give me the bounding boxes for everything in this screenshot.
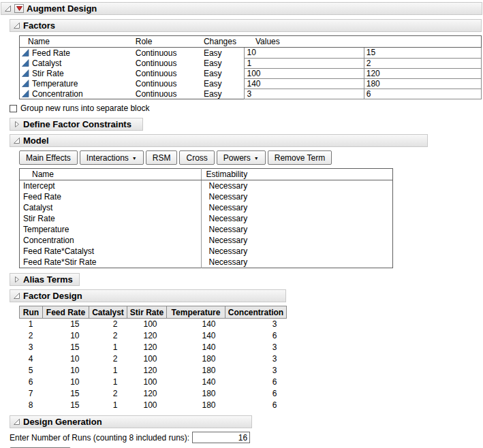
factors-col-role: Role: [134, 36, 202, 48]
model-term-estimability[interactable]: Necessary: [202, 202, 393, 213]
model-term-row[interactable]: Feed Rate*Stir Rate Necessary: [20, 257, 393, 268]
fd-run: 7: [20, 388, 43, 400]
factor-row[interactable]: Feed Rate Continuous Easy 10 15: [20, 48, 482, 59]
factor-design-section-title: Factor Design: [23, 291, 82, 301]
factor-row[interactable]: Temperature Continuous Easy 140 180: [20, 78, 482, 89]
fd-run: 3: [20, 342, 43, 353]
fd-stir-rate: 120: [127, 330, 167, 342]
factor-name: Temperature: [32, 79, 78, 89]
group-runs-label[interactable]: Group new runs into separate block: [20, 103, 149, 113]
factor-changes[interactable]: Easy: [202, 58, 245, 68]
factors-col-values: Values: [245, 36, 482, 48]
model-term-name[interactable]: Catalyst: [20, 202, 202, 213]
factor-name: Stir Rate: [32, 69, 64, 78]
factor-value-low[interactable]: 10: [245, 48, 364, 59]
model-term-name[interactable]: Intercept: [20, 180, 202, 192]
factor-value-low[interactable]: 1: [245, 58, 364, 68]
model-term-name[interactable]: Feed Rate*Stir Rate: [20, 257, 202, 268]
disclosure-closed-icon[interactable]: [13, 276, 20, 283]
augment-design-header[interactable]: Augment Design: [1, 2, 482, 15]
fd-temperature: 180: [167, 353, 225, 365]
constraints-section-title: Define Factor Constraints: [23, 119, 131, 129]
model-term-name[interactable]: Concentration: [20, 235, 202, 246]
factor-value-high[interactable]: 120: [364, 68, 481, 78]
disclosure-open-icon[interactable]: [4, 5, 12, 12]
powers-button[interactable]: Powers▼: [217, 150, 266, 165]
factors-section-header[interactable]: Factors: [10, 19, 482, 32]
disclosure-open-icon[interactable]: [13, 418, 20, 426]
model-term-estimability[interactable]: Necessary: [202, 257, 393, 268]
factor-changes[interactable]: Easy: [202, 89, 245, 99]
factor-changes[interactable]: Easy: [202, 78, 245, 89]
factor-value-high[interactable]: 2: [364, 58, 481, 68]
constraints-section-header[interactable]: Define Factor Constraints: [10, 118, 143, 131]
button-label: RSM: [153, 153, 171, 163]
button-label: Remove Term: [275, 153, 325, 163]
fd-stir-rate: 100: [127, 353, 167, 365]
model-term-row[interactable]: Temperature Necessary: [20, 224, 393, 235]
model-term-estimability[interactable]: Necessary: [202, 246, 393, 257]
augment-design-window: Augment Design Factors Name Role Changes…: [0, 0, 483, 448]
model-col-name: Name: [20, 169, 202, 180]
model-term-estimability[interactable]: Necessary: [202, 180, 393, 192]
factor-role[interactable]: Continuous: [134, 48, 202, 59]
factor-role[interactable]: Continuous: [134, 78, 202, 89]
factor-row[interactable]: Catalyst Continuous Easy 1 2: [20, 58, 482, 68]
factors-col-changes: Changes: [202, 36, 245, 48]
model-term-row[interactable]: Feed Rate*Catalyst Necessary: [20, 246, 393, 257]
factor-row[interactable]: Concentration Continuous Easy 3 6: [20, 89, 482, 99]
factor-role[interactable]: Continuous: [134, 58, 202, 68]
factor-value-low[interactable]: 100: [245, 68, 364, 78]
design-generation-section-header[interactable]: Design Generation: [10, 415, 252, 428]
red-triangle-menu-button[interactable]: [14, 4, 24, 13]
model-term-row[interactable]: Stir Rate Necessary: [20, 213, 393, 224]
remove-term-button[interactable]: Remove Term: [268, 150, 332, 165]
factor-row[interactable]: Stir Rate Continuous Easy 100 120: [20, 68, 482, 78]
factor-value-high[interactable]: 180: [364, 78, 481, 89]
alias-terms-section-header[interactable]: Alias Terms: [10, 273, 80, 286]
fd-row: 1 15 2 100 140 3: [20, 319, 287, 330]
factor-value-high[interactable]: 15: [364, 48, 481, 59]
factor-changes[interactable]: Easy: [202, 68, 245, 78]
disclosure-closed-icon[interactable]: [13, 121, 20, 128]
fd-col-run: Run: [20, 306, 43, 319]
factor-role[interactable]: Continuous: [134, 68, 202, 78]
fd-row: 6 10 1 100 140 6: [20, 377, 287, 388]
model-term-estimability[interactable]: Necessary: [202, 191, 393, 202]
model-term-name[interactable]: Feed Rate*Catalyst: [20, 246, 202, 257]
fd-col-concentration: Concentration: [225, 306, 287, 319]
main-effects-button[interactable]: Main Effects: [19, 150, 78, 165]
model-section-header[interactable]: Model: [10, 134, 428, 147]
model-term-estimability[interactable]: Necessary: [202, 224, 393, 235]
number-of-runs-input[interactable]: [192, 432, 250, 443]
model-term-name[interactable]: Temperature: [20, 224, 202, 235]
model-term-row[interactable]: Concentration Necessary: [20, 235, 393, 246]
factor-role[interactable]: Continuous: [134, 89, 202, 99]
model-term-name[interactable]: Stir Rate: [20, 213, 202, 224]
disclosure-open-icon[interactable]: [13, 137, 20, 144]
fd-catalyst: 2: [89, 319, 127, 330]
factor-design-section-header[interactable]: Factor Design: [10, 289, 286, 302]
interactions-button[interactable]: Interactions▼: [80, 150, 144, 165]
model-term-row[interactable]: Catalyst Necessary: [20, 202, 393, 213]
disclosure-open-icon[interactable]: [13, 22, 20, 29]
fd-catalyst: 1: [89, 377, 127, 388]
disclosure-open-icon[interactable]: [13, 292, 20, 300]
model-term-row[interactable]: Feed Rate Necessary: [20, 191, 393, 202]
fd-row: 7 15 2 120 180 6: [20, 388, 287, 400]
rsm-button[interactable]: RSM: [146, 150, 178, 165]
model-term-name[interactable]: Feed Rate: [20, 191, 202, 202]
model-term-estimability[interactable]: Necessary: [202, 213, 393, 224]
factor-changes[interactable]: Easy: [202, 48, 245, 59]
model-term-row[interactable]: Intercept Necessary: [20, 180, 393, 192]
fd-concentration: 6: [225, 377, 287, 388]
fd-concentration: 3: [225, 365, 287, 377]
factor-value-low[interactable]: 3: [245, 89, 364, 99]
fd-temperature: 180: [167, 388, 225, 400]
factor-name: Concentration: [32, 89, 83, 99]
group-runs-checkbox[interactable]: [10, 105, 17, 112]
cross-button[interactable]: Cross: [179, 150, 214, 165]
model-term-estimability[interactable]: Necessary: [202, 235, 393, 246]
factor-value-high[interactable]: 6: [364, 89, 481, 99]
factor-value-low[interactable]: 140: [245, 78, 364, 89]
